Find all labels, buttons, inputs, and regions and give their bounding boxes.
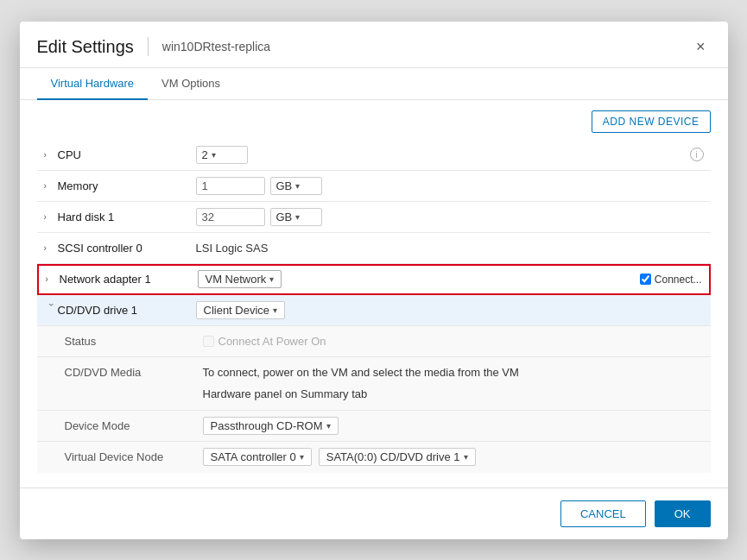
dialog-footer: CANCEL OK — [20, 488, 728, 539]
device-mode-value-text: Passthrough CD-ROM — [211, 419, 323, 432]
cddvd-media-text2: Hardware panel on Summary tab — [203, 386, 368, 403]
virtual-device-node-row: Virtual Device Node SATA controller 0 ▾ … — [37, 442, 711, 473]
cddvd-label: CD/DVD drive 1 — [58, 304, 196, 317]
memory-unit-select[interactable]: GB ▾ — [270, 177, 322, 195]
hard-disk-label: Hard disk 1 — [58, 211, 196, 223]
cddvd-media-value: To connect, power on the VM and select t… — [203, 364, 704, 403]
title-divider — [148, 37, 149, 56]
cddvd-row: › CD/DVD drive 1 Client Device ▾ — [37, 295, 711, 326]
network-connect-checkbox[interactable] — [640, 274, 651, 285]
scsi-expand-icon[interactable]: › — [44, 243, 58, 253]
cpu-chevron-icon: ▾ — [212, 150, 216, 160]
tab-virtual-hardware[interactable]: Virtual Hardware — [37, 68, 149, 100]
cpu-select[interactable]: 2 ▾ — [196, 146, 248, 164]
virtual-device-node-value: SATA controller 0 ▾ SATA(0:0) CD/DVD dri… — [203, 448, 704, 466]
cpu-info-icon[interactable]: i — [690, 148, 704, 161]
hard-disk-unit-value: GB — [276, 211, 293, 223]
memory-row: › Memory GB ▾ — [37, 171, 711, 202]
sata-device-value: SATA(0:0) CD/DVD drive 1 — [326, 450, 460, 463]
network-adapter-row: › Network adapter 1 VM Network ▾ Connect… — [37, 264, 711, 295]
cddvd-media-label: CD/DVD Media — [65, 364, 203, 379]
sata-controller-chevron-icon: ▾ — [300, 452, 304, 462]
dialog-header: Edit Settings win10DRtest-replica × — [20, 22, 728, 68]
memory-expand-icon[interactable]: › — [44, 181, 58, 191]
hard-disk-unit-chevron-icon: ▾ — [295, 212, 300, 222]
network-select-button[interactable]: VM Network ▾ — [198, 270, 282, 288]
device-mode-select[interactable]: Passthrough CD-ROM ▾ — [203, 417, 339, 435]
edit-settings-dialog: Edit Settings win10DRtest-replica × Virt… — [20, 22, 728, 539]
hardware-table: › CPU 2 ▾ i › Memory — [37, 140, 711, 477]
cpu-row: › CPU 2 ▾ i — [37, 140, 711, 171]
cpu-select-value: 2 — [202, 148, 208, 161]
cpu-info: i — [690, 148, 704, 161]
cancel-button[interactable]: CANCEL — [560, 500, 646, 527]
sata-device-select[interactable]: SATA(0:0) CD/DVD drive 1 ▾ — [319, 448, 476, 466]
toolbar: ADD NEW DEVICE — [37, 110, 711, 133]
hard-disk-unit-select[interactable]: GB ▾ — [270, 208, 322, 226]
tab-vm-options[interactable]: VM Options — [148, 68, 234, 100]
device-mode-label: Device Mode — [65, 419, 203, 432]
scsi-label: SCSI controller 0 — [58, 242, 196, 255]
virtual-device-node-label: Virtual Device Node — [65, 450, 203, 463]
status-row: Status Connect At Power On — [37, 326, 711, 357]
hard-disk-value: GB ▾ — [196, 208, 704, 226]
cddvd-media-text: To connect, power on the VM and select t… — [203, 364, 519, 381]
memory-value: GB ▾ — [196, 177, 704, 195]
add-new-device-button[interactable]: ADD NEW DEVICE — [592, 110, 711, 133]
network-chevron-icon: ▾ — [269, 274, 274, 284]
cddvd-select-value: Client Device — [204, 304, 270, 317]
status-label: Status — [65, 335, 203, 348]
scsi-value-text: LSI Logic SAS — [196, 242, 269, 255]
cddvd-select[interactable]: Client Device ▾ — [196, 301, 286, 319]
close-button[interactable]: × — [691, 37, 711, 56]
device-mode-value: Passthrough CD-ROM ▾ — [203, 417, 704, 435]
cddvd-value: Client Device ▾ — [196, 301, 704, 319]
network-select-value: VM Network — [206, 273, 267, 286]
network-connect-right: Connect... — [640, 274, 702, 286]
memory-input[interactable] — [196, 177, 265, 195]
cpu-label: CPU — [58, 148, 196, 161]
sata-controller-value: SATA controller 0 — [211, 450, 296, 463]
scsi-value: LSI Logic SAS — [196, 242, 704, 255]
network-expand-icon[interactable]: › — [46, 274, 60, 284]
sata-device-chevron-icon: ▾ — [464, 452, 468, 462]
cddvd-chevron-icon: ▾ — [273, 305, 277, 315]
tab-bar: Virtual Hardware VM Options — [20, 68, 728, 100]
status-value: Connect At Power On — [203, 335, 704, 348]
memory-label: Memory — [58, 179, 196, 192]
hard-disk-expand-icon[interactable]: › — [44, 212, 58, 222]
ok-button[interactable]: OK — [655, 500, 711, 527]
dialog-body: ADD NEW DEVICE › CPU 2 ▾ i — [20, 100, 728, 488]
dialog-title: Edit Settings — [37, 37, 134, 57]
hardware-table-area: › CPU 2 ▾ i › Memory — [37, 140, 711, 477]
cddvd-expand-icon[interactable]: › — [46, 303, 55, 317]
cddvd-media-row: CD/DVD Media To connect, power on the VM… — [37, 357, 711, 411]
memory-unit-value: GB — [276, 179, 293, 192]
network-label: Network adapter 1 — [60, 273, 198, 286]
cpu-value: 2 ▾ — [196, 146, 690, 164]
status-text: Connect At Power On — [218, 335, 326, 348]
hard-disk-input[interactable] — [196, 208, 265, 226]
status-checkbox-input — [203, 336, 214, 347]
network-connect-checkbox-label[interactable]: Connect... — [640, 274, 702, 286]
dialog-subtitle: win10DRtest-replica — [162, 40, 270, 53]
scsi-controller-row: › SCSI controller 0 LSI Logic SAS — [37, 233, 711, 264]
device-mode-row: Device Mode Passthrough CD-ROM ▾ — [37, 411, 711, 442]
sata-controller-select[interactable]: SATA controller 0 ▾ — [203, 448, 312, 466]
device-mode-chevron-icon: ▾ — [326, 421, 331, 431]
cpu-expand-icon[interactable]: › — [44, 150, 58, 160]
hard-disk-row: › Hard disk 1 GB ▾ — [37, 202, 711, 233]
network-value: VM Network ▾ — [198, 270, 640, 288]
memory-unit-chevron-icon: ▾ — [295, 181, 300, 191]
status-checkbox-label: Connect At Power On — [203, 335, 326, 348]
